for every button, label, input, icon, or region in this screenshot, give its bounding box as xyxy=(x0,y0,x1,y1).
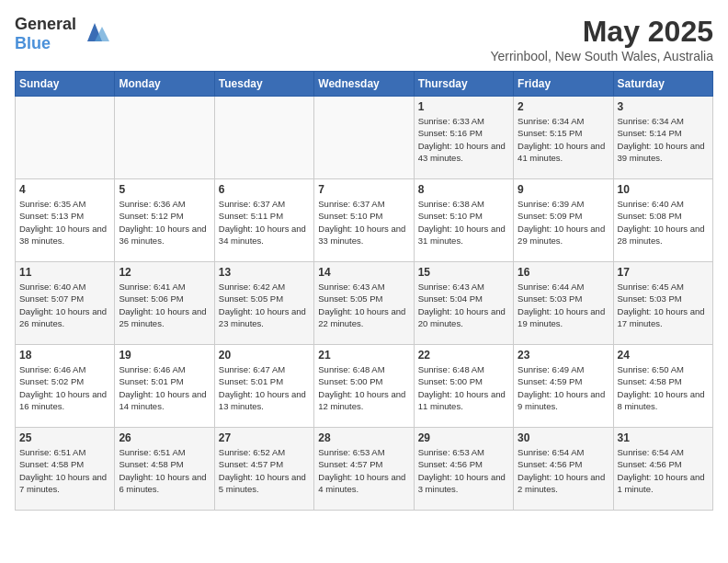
calendar-cell: 30Sunrise: 6:54 AM Sunset: 4:56 PM Dayli… xyxy=(514,428,613,511)
day-info: Sunrise: 6:52 AM Sunset: 4:57 PM Dayligh… xyxy=(219,446,310,495)
header-monday: Monday xyxy=(115,72,214,97)
location-subtitle: Yerrinbool, New South Wales, Australia xyxy=(490,49,713,63)
calendar-cell: 12Sunrise: 6:41 AM Sunset: 5:06 PM Dayli… xyxy=(115,262,214,345)
day-number: 28 xyxy=(318,431,409,444)
day-number: 12 xyxy=(119,266,210,279)
day-info: Sunrise: 6:53 AM Sunset: 4:57 PM Dayligh… xyxy=(318,446,409,495)
header-wednesday: Wednesday xyxy=(314,72,414,97)
header-thursday: Thursday xyxy=(414,72,513,97)
day-info: Sunrise: 6:34 AM Sunset: 5:15 PM Dayligh… xyxy=(518,115,609,164)
day-number: 30 xyxy=(518,431,609,444)
day-number: 17 xyxy=(618,266,709,279)
day-number: 8 xyxy=(418,183,509,196)
calendar-week-4: 18Sunrise: 6:46 AM Sunset: 5:02 PM Dayli… xyxy=(16,345,713,428)
day-info: Sunrise: 6:51 AM Sunset: 4:58 PM Dayligh… xyxy=(19,446,110,495)
day-info: Sunrise: 6:36 AM Sunset: 5:12 PM Dayligh… xyxy=(119,198,210,247)
day-number: 13 xyxy=(219,266,310,279)
calendar-cell: 15Sunrise: 6:43 AM Sunset: 5:04 PM Dayli… xyxy=(414,262,513,345)
calendar-header: SundayMondayTuesdayWednesdayThursdayFrid… xyxy=(16,72,713,97)
header-sunday: Sunday xyxy=(16,72,115,97)
logo-text: General Blue xyxy=(15,15,76,53)
header-tuesday: Tuesday xyxy=(214,72,313,97)
day-info: Sunrise: 6:48 AM Sunset: 5:00 PM Dayligh… xyxy=(318,363,409,412)
day-info: Sunrise: 6:43 AM Sunset: 5:05 PM Dayligh… xyxy=(318,281,409,329)
day-number: 7 xyxy=(318,183,409,196)
calendar-cell: 27Sunrise: 6:52 AM Sunset: 4:57 PM Dayli… xyxy=(214,428,313,511)
day-number: 2 xyxy=(518,100,609,113)
calendar-cell xyxy=(214,97,313,179)
day-number: 27 xyxy=(219,431,310,444)
day-info: Sunrise: 6:51 AM Sunset: 4:58 PM Dayligh… xyxy=(119,446,210,495)
calendar-week-1: 1Sunrise: 6:33 AM Sunset: 5:16 PM Daylig… xyxy=(16,97,713,179)
day-info: Sunrise: 6:49 AM Sunset: 4:59 PM Dayligh… xyxy=(518,363,609,412)
calendar-cell: 7Sunrise: 6:37 AM Sunset: 5:10 PM Daylig… xyxy=(314,179,414,262)
calendar-cell: 4Sunrise: 6:35 AM Sunset: 5:13 PM Daylig… xyxy=(16,179,115,262)
day-number: 14 xyxy=(318,266,409,279)
day-number: 16 xyxy=(518,266,609,279)
calendar-cell: 21Sunrise: 6:48 AM Sunset: 5:00 PM Dayli… xyxy=(314,345,414,428)
calendar-week-5: 25Sunrise: 6:51 AM Sunset: 4:58 PM Dayli… xyxy=(16,428,713,511)
day-number: 26 xyxy=(119,431,210,444)
day-number: 24 xyxy=(618,349,709,362)
calendar-cell: 5Sunrise: 6:36 AM Sunset: 5:12 PM Daylig… xyxy=(115,179,214,262)
day-info: Sunrise: 6:53 AM Sunset: 4:56 PM Dayligh… xyxy=(418,446,509,495)
calendar-cell: 10Sunrise: 6:40 AM Sunset: 5:08 PM Dayli… xyxy=(613,179,712,262)
month-year-title: May 2025 xyxy=(490,15,713,49)
day-info: Sunrise: 6:37 AM Sunset: 5:11 PM Dayligh… xyxy=(219,198,310,247)
calendar-cell: 14Sunrise: 6:43 AM Sunset: 5:05 PM Dayli… xyxy=(314,262,414,345)
day-number: 4 xyxy=(19,183,110,196)
calendar-cell: 13Sunrise: 6:42 AM Sunset: 5:05 PM Dayli… xyxy=(214,262,313,345)
calendar-cell: 28Sunrise: 6:53 AM Sunset: 4:57 PM Dayli… xyxy=(314,428,414,511)
day-info: Sunrise: 6:41 AM Sunset: 5:06 PM Dayligh… xyxy=(119,281,210,329)
calendar-cell: 19Sunrise: 6:46 AM Sunset: 5:01 PM Dayli… xyxy=(115,345,214,428)
day-number: 9 xyxy=(518,183,609,196)
day-info: Sunrise: 6:40 AM Sunset: 5:07 PM Dayligh… xyxy=(19,281,110,329)
page-header: General Blue May 2025 Yerrinbool, New So… xyxy=(15,15,713,63)
calendar-week-2: 4Sunrise: 6:35 AM Sunset: 5:13 PM Daylig… xyxy=(16,179,713,262)
day-info: Sunrise: 6:50 AM Sunset: 4:58 PM Dayligh… xyxy=(618,363,709,412)
calendar-cell: 11Sunrise: 6:40 AM Sunset: 5:07 PM Dayli… xyxy=(16,262,115,345)
day-number: 19 xyxy=(119,349,210,362)
day-info: Sunrise: 6:38 AM Sunset: 5:10 PM Dayligh… xyxy=(418,198,509,247)
calendar-cell: 6Sunrise: 6:37 AM Sunset: 5:11 PM Daylig… xyxy=(214,179,313,262)
day-info: Sunrise: 6:43 AM Sunset: 5:04 PM Dayligh… xyxy=(418,281,509,329)
day-number: 31 xyxy=(618,431,709,444)
day-number: 5 xyxy=(119,183,210,196)
day-info: Sunrise: 6:45 AM Sunset: 5:03 PM Dayligh… xyxy=(618,281,709,329)
day-number: 21 xyxy=(318,349,409,362)
calendar-cell: 20Sunrise: 6:47 AM Sunset: 5:01 PM Dayli… xyxy=(214,345,313,428)
day-number: 20 xyxy=(219,349,310,362)
calendar-cell: 8Sunrise: 6:38 AM Sunset: 5:10 PM Daylig… xyxy=(414,179,513,262)
day-number: 11 xyxy=(19,266,110,279)
calendar-cell: 2Sunrise: 6:34 AM Sunset: 5:15 PM Daylig… xyxy=(514,97,613,179)
calendar-cell xyxy=(115,97,214,179)
calendar-cell: 22Sunrise: 6:48 AM Sunset: 5:00 PM Dayli… xyxy=(414,345,513,428)
day-info: Sunrise: 6:34 AM Sunset: 5:14 PM Dayligh… xyxy=(618,115,709,164)
day-number: 6 xyxy=(219,183,310,196)
calendar-cell: 1Sunrise: 6:33 AM Sunset: 5:16 PM Daylig… xyxy=(414,97,513,179)
calendar-cell: 25Sunrise: 6:51 AM Sunset: 4:58 PM Dayli… xyxy=(16,428,115,511)
calendar-week-3: 11Sunrise: 6:40 AM Sunset: 5:07 PM Dayli… xyxy=(16,262,713,345)
calendar-cell xyxy=(314,97,414,179)
calendar-cell: 9Sunrise: 6:39 AM Sunset: 5:09 PM Daylig… xyxy=(514,179,613,262)
day-info: Sunrise: 6:37 AM Sunset: 5:10 PM Dayligh… xyxy=(318,198,409,247)
day-number: 3 xyxy=(618,100,709,113)
day-info: Sunrise: 6:47 AM Sunset: 5:01 PM Dayligh… xyxy=(219,363,310,412)
calendar-cell: 17Sunrise: 6:45 AM Sunset: 5:03 PM Dayli… xyxy=(613,262,712,345)
calendar-cell: 23Sunrise: 6:49 AM Sunset: 4:59 PM Dayli… xyxy=(514,345,613,428)
header-friday: Friday xyxy=(514,72,613,97)
day-info: Sunrise: 6:33 AM Sunset: 5:16 PM Dayligh… xyxy=(418,115,509,164)
calendar-cell: 3Sunrise: 6:34 AM Sunset: 5:14 PM Daylig… xyxy=(613,97,712,179)
calendar-cell: 31Sunrise: 6:54 AM Sunset: 4:56 PM Dayli… xyxy=(613,428,712,511)
day-info: Sunrise: 6:54 AM Sunset: 4:56 PM Dayligh… xyxy=(618,446,709,495)
day-number: 15 xyxy=(418,266,509,279)
calendar-cell: 16Sunrise: 6:44 AM Sunset: 5:03 PM Dayli… xyxy=(514,262,613,345)
day-info: Sunrise: 6:39 AM Sunset: 5:09 PM Dayligh… xyxy=(518,198,609,247)
day-info: Sunrise: 6:44 AM Sunset: 5:03 PM Dayligh… xyxy=(518,281,609,329)
day-number: 29 xyxy=(418,431,509,444)
day-info: Sunrise: 6:54 AM Sunset: 4:56 PM Dayligh… xyxy=(518,446,609,495)
title-block: May 2025 Yerrinbool, New South Wales, Au… xyxy=(490,15,713,63)
day-info: Sunrise: 6:35 AM Sunset: 5:13 PM Dayligh… xyxy=(19,198,110,247)
header-saturday: Saturday xyxy=(613,72,712,97)
calendar-cell: 24Sunrise: 6:50 AM Sunset: 4:58 PM Dayli… xyxy=(613,345,712,428)
